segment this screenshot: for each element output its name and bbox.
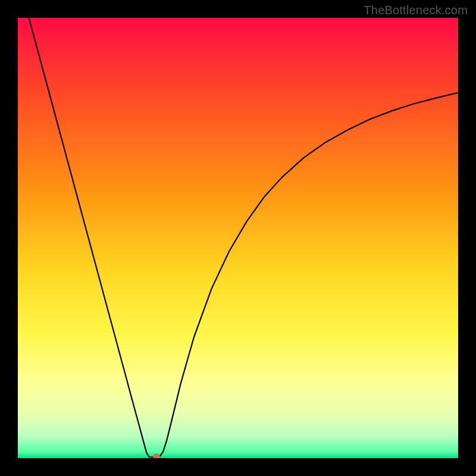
chart-frame: TheBottleneck.com	[0, 0, 476, 476]
background-rect	[18, 18, 458, 458]
chart-svg	[18, 18, 458, 458]
watermark-text: TheBottleneck.com	[364, 4, 468, 17]
plot-area	[18, 18, 458, 458]
